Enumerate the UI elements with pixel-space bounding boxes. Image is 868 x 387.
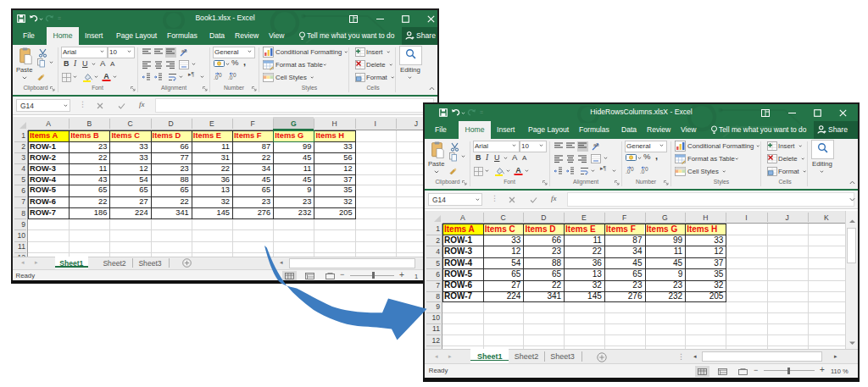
svg-text:A: A	[515, 166, 521, 174]
svg-text:.0: .0	[228, 75, 233, 80]
svg-text:0: 0	[645, 166, 648, 172]
svg-text:ab: ab	[593, 142, 599, 147]
svg-text:.0: .0	[640, 169, 645, 174]
svg-text:0: 0	[631, 166, 634, 172]
svg-text:.0: .0	[214, 75, 219, 80]
svg-text:.0: .0	[626, 169, 631, 174]
svg-text:ab: ab	[181, 48, 187, 53]
svg-text:A: A	[103, 72, 109, 80]
svg-text:0: 0	[233, 72, 236, 78]
svg-text:0: 0	[219, 72, 222, 78]
